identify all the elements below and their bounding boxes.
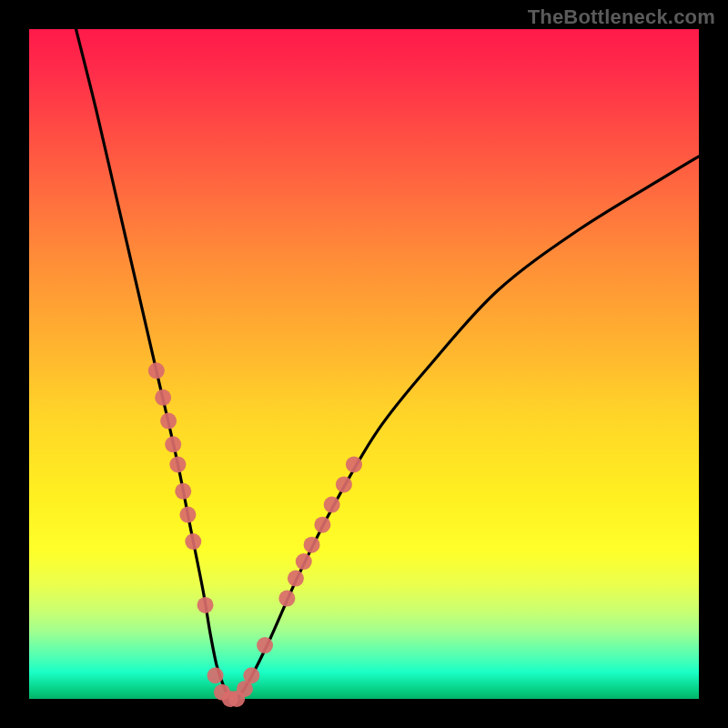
highlight-dot [314, 517, 330, 533]
watermark-text: TheBottleneck.com [528, 5, 715, 29]
bottleneck-curve [76, 29, 699, 701]
highlight-dot [257, 637, 273, 653]
highlight-dot [148, 362, 165, 379]
highlight-dot [185, 533, 201, 550]
curve-layer [29, 29, 699, 699]
plot-area [29, 29, 699, 699]
highlight-dot [155, 389, 171, 406]
highlight-dot [304, 537, 320, 553]
highlight-dot [160, 413, 177, 430]
highlight-dot [179, 507, 196, 523]
highlight-dot [336, 476, 352, 492]
highlight-dot [207, 667, 224, 683]
chart-stage: TheBottleneck.com [0, 0, 728, 728]
highlight-dot [296, 553, 312, 570]
highlight-dot [169, 456, 186, 472]
highlight-dot [324, 497, 340, 513]
highlight-dot [165, 436, 181, 452]
highlight-dot [278, 591, 295, 607]
highlight-dot [288, 571, 304, 587]
highlight-dot [346, 456, 362, 472]
highlight-dot [197, 597, 214, 613]
highlight-dot [243, 667, 259, 683]
highlight-dots [148, 362, 362, 707]
highlight-dot [175, 483, 191, 500]
